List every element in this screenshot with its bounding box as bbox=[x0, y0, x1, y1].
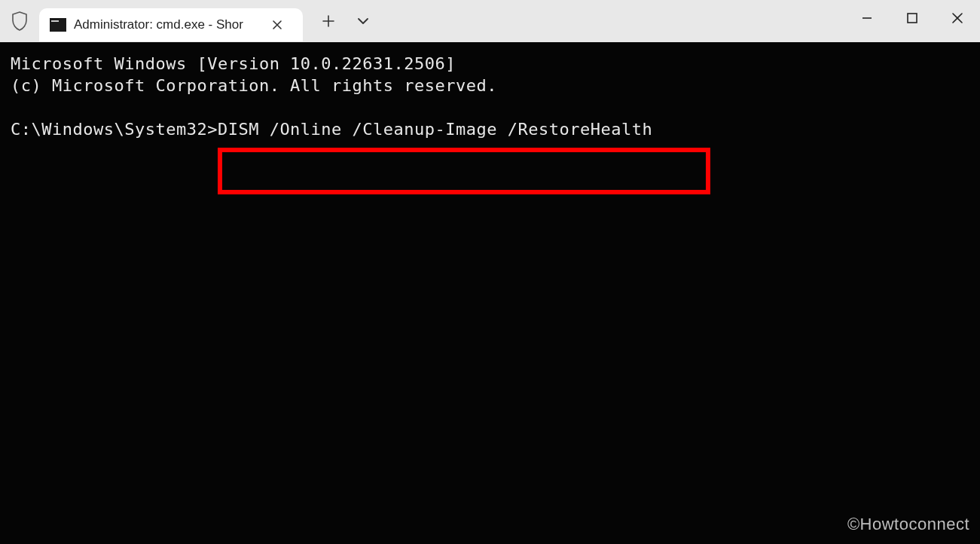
plus-icon bbox=[322, 15, 334, 27]
minimize-icon bbox=[861, 12, 873, 24]
close-tab-button[interactable] bbox=[267, 14, 288, 35]
prompt-path: C:\Windows\System32> bbox=[11, 120, 218, 139]
terminal-area[interactable]: Microsoft Windows [Version 10.0.22631.25… bbox=[0, 42, 980, 544]
new-tab-button[interactable] bbox=[313, 6, 343, 36]
chevron-down-icon bbox=[357, 17, 369, 25]
command-text: DISM /Online /Cleanup-Image /RestoreHeal… bbox=[218, 120, 652, 139]
cmd-icon bbox=[50, 18, 66, 32]
shield-area bbox=[0, 0, 39, 42]
close-icon bbox=[951, 12, 963, 24]
window-controls bbox=[844, 0, 980, 36]
active-tab[interactable]: Administrator: cmd.exe - Shor bbox=[39, 8, 303, 41]
annotation-highlight-box bbox=[218, 148, 710, 194]
tab-dropdown-button[interactable] bbox=[348, 6, 378, 36]
banner-line-2: (c) Microsoft Corporation. All rights re… bbox=[11, 75, 969, 96]
watermark-text: ©Howtoconnect bbox=[847, 513, 969, 535]
prompt-line: C:\Windows\System32>DISM /Online /Cleanu… bbox=[11, 118, 969, 140]
banner-line-1: Microsoft Windows [Version 10.0.22631.25… bbox=[11, 53, 969, 75]
window-titlebar: Administrator: cmd.exe - Shor bbox=[0, 0, 980, 42]
blank-line bbox=[11, 96, 969, 118]
maximize-button[interactable] bbox=[890, 0, 935, 36]
minimize-button[interactable] bbox=[844, 0, 890, 36]
shield-icon bbox=[11, 11, 28, 31]
maximize-icon bbox=[906, 12, 918, 24]
close-window-button[interactable] bbox=[935, 0, 980, 36]
tab-title: Administrator: cmd.exe - Shor bbox=[74, 17, 262, 32]
svg-rect-0 bbox=[908, 14, 917, 23]
